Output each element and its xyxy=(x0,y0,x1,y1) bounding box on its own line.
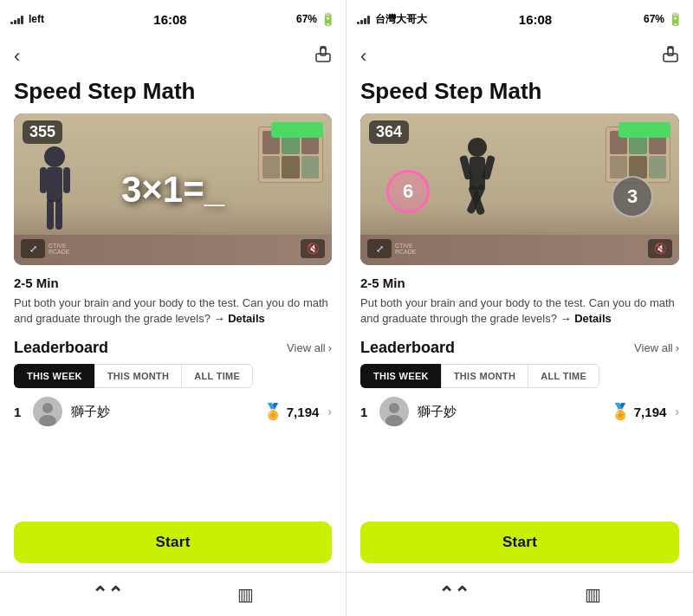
svg-rect-6 xyxy=(47,199,54,230)
start-button-right[interactable]: Start xyxy=(360,522,679,563)
person-silhouette-right xyxy=(447,137,508,241)
arcade-label-right: CTIVERCADE xyxy=(395,243,417,255)
lb-avatar-right xyxy=(379,397,409,426)
lb-rank-left: 1 xyxy=(14,405,24,419)
lb-chevron-left: › xyxy=(327,405,332,418)
bottom-nav-left: ⌃⌃ ▥ xyxy=(0,573,346,616)
lb-title-right: Leaderboard xyxy=(360,339,455,357)
battery-right: 67% 🔋 xyxy=(644,12,683,26)
lb-score-right: 7,194 xyxy=(634,405,667,419)
title-right: Speed Step Math xyxy=(346,75,693,113)
expand-btn-left[interactable]: ⤢ xyxy=(21,239,45,258)
desc-text-right: Put both your brain and your body to the… xyxy=(360,296,675,325)
tab-this-week-left[interactable]: THIS WEEK xyxy=(14,364,94,388)
bottom-navs: ⌃⌃ ▥ ⌃⌃ ▥ xyxy=(0,572,693,616)
home-icon-right[interactable]: ⌃⌃ xyxy=(438,583,470,606)
video-battery-left xyxy=(271,122,323,138)
chevron-right-left: › xyxy=(328,341,332,354)
number-6-label: 6 xyxy=(403,180,413,203)
battery-icon-right: 🔋 xyxy=(668,12,683,26)
svg-point-9 xyxy=(42,403,53,413)
status-bars: left 16:08 67% 🔋 台灣大哥大 16:08 67% 🔋 xyxy=(0,0,693,38)
tab-this-month-right[interactable]: THIS MONTH xyxy=(441,364,528,388)
arcade-label-left: CTIVERCADE xyxy=(49,243,70,255)
svg-point-13 xyxy=(468,138,487,157)
panel-right: ‹ Speed Step Math xyxy=(346,38,693,572)
chart-icon-left[interactable]: ▥ xyxy=(237,584,254,605)
score-left: 355 xyxy=(23,120,62,144)
lb-chevron-right: › xyxy=(675,405,679,418)
duration-right: 2-5 Min xyxy=(360,276,679,290)
desc-right: 2-5 Min Put both your brain and your bod… xyxy=(346,265,693,330)
chart-icon-right[interactable]: ▥ xyxy=(585,584,601,605)
lb-entry-right: 1 獅子妙 🏅 7,194 › xyxy=(360,397,679,426)
status-bar-right: 台灣大哥大 16:08 67% 🔋 xyxy=(346,0,693,38)
details-link-right[interactable]: → Details xyxy=(560,312,612,325)
mute-btn-right[interactable]: 🔇 xyxy=(648,239,672,258)
duration-left: 2-5 Min xyxy=(14,276,332,290)
status-bar-left: left 16:08 67% 🔋 xyxy=(0,0,346,38)
panels: ‹ Speed Step Math xyxy=(0,38,693,572)
number-circle-3: 3 xyxy=(612,176,653,217)
leaderboard-right: Leaderboard View all › THIS WEEK THIS MO… xyxy=(346,330,693,431)
desc-text-left: Put both your brain and your body to the… xyxy=(14,296,328,325)
video-controls-left: ⤢ xyxy=(21,239,45,258)
desc-left: 2-5 Min Put both your brain and your bod… xyxy=(0,265,346,330)
title-left: Speed Step Math xyxy=(0,75,346,113)
video-battery-right xyxy=(619,122,670,138)
carrier-right: 台灣大哥大 xyxy=(357,12,427,27)
chevron-right-right: › xyxy=(676,341,679,354)
lb-header-left: Leaderboard View all › xyxy=(14,339,332,357)
home-icon-left[interactable]: ⌃⌃ xyxy=(92,583,123,606)
start-button-left[interactable]: Start xyxy=(14,522,332,563)
tab-all-time-right[interactable]: ALL TIME xyxy=(528,364,599,388)
lb-name-left: 獅子妙 xyxy=(71,404,255,420)
mute-btn-left[interactable]: 🔇 xyxy=(301,239,325,258)
time-left: 16:08 xyxy=(153,12,186,27)
svg-rect-3 xyxy=(47,167,62,202)
start-section-left: Start xyxy=(0,513,346,572)
svg-point-2 xyxy=(44,146,65,167)
lb-name-right: 獅子妙 xyxy=(418,404,602,420)
lb-avatar-left xyxy=(33,397,62,426)
video-right: 6 3 364 ⤢ CTIVERCADE 🔇 xyxy=(360,113,679,265)
lb-score-left: 7,194 xyxy=(287,405,320,419)
lb-entry-left: 1 獅子妙 🏅 7,194 › xyxy=(14,397,332,426)
trophy-icon-right: 🏅 xyxy=(611,402,630,421)
view-all-label-right: View all xyxy=(634,341,673,354)
view-all-label-left: View all xyxy=(287,341,326,354)
lb-score-area-left: 🏅 7,194 xyxy=(263,402,320,421)
start-section-right: Start xyxy=(346,513,693,572)
expand-btn-right[interactable]: ⤢ xyxy=(367,239,392,258)
tab-all-time-left[interactable]: ALL TIME xyxy=(182,364,253,388)
battery-left: 67% 🔋 xyxy=(296,12,335,26)
tab-group-left: THIS WEEK THIS MONTH ALL TIME xyxy=(14,364,332,388)
tab-group-right: THIS WEEK THIS MONTH ALL TIME xyxy=(360,364,679,388)
carrier-left: left xyxy=(10,13,44,25)
tab-this-month-left[interactable]: THIS MONTH xyxy=(94,364,182,388)
share-button-right[interactable] xyxy=(662,46,679,68)
lb-rank-right: 1 xyxy=(360,405,371,419)
details-link-left[interactable]: → Details xyxy=(214,312,265,325)
number-circle-6: 6 xyxy=(386,170,430,213)
view-all-right[interactable]: View all › xyxy=(634,341,679,354)
carrier-name-right: 台灣大哥大 xyxy=(375,12,427,27)
score-right: 364 xyxy=(369,120,409,144)
trophy-icon-left: 🏅 xyxy=(263,402,282,421)
math-equation-left: 3×1=_ xyxy=(121,169,224,211)
video-left: 3×1=_ 355 ⤢ CTIVERCADE 🔇 xyxy=(14,113,332,265)
lb-title-left: Leaderboard xyxy=(14,339,108,357)
view-all-left[interactable]: View all › xyxy=(287,341,332,354)
svg-point-20 xyxy=(389,403,399,413)
bottom-nav-right: ⌃⌃ ▥ xyxy=(346,573,693,616)
panel-left: ‹ Speed Step Math xyxy=(0,38,346,572)
description-left: Put both your brain and your body to the… xyxy=(14,295,332,327)
share-button-left[interactable] xyxy=(314,46,332,68)
svg-rect-5 xyxy=(63,167,70,193)
carrier-name-left: left xyxy=(29,13,44,25)
back-button-left[interactable]: ‹ xyxy=(14,45,20,68)
battery-pct-left: 67% xyxy=(296,13,317,25)
back-button-right[interactable]: ‹ xyxy=(360,45,366,68)
tab-this-week-right[interactable]: THIS WEEK xyxy=(360,364,441,388)
description-right: Put both your brain and your body to the… xyxy=(360,295,679,327)
